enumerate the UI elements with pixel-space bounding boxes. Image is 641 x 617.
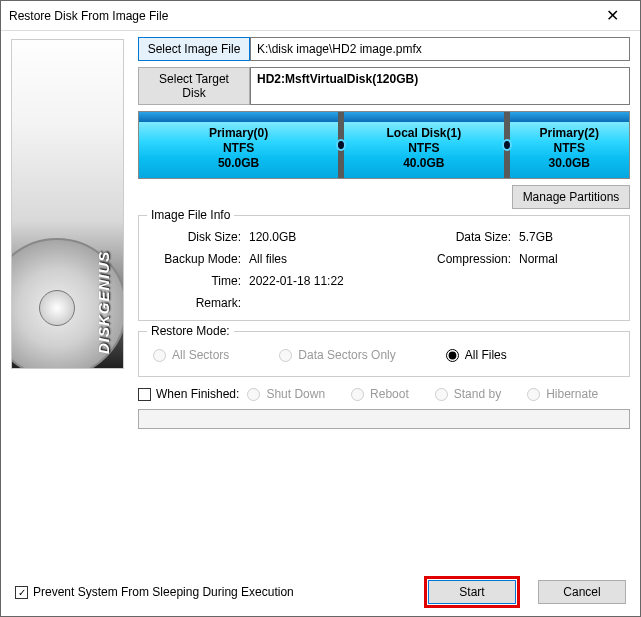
- label-data-size: Data Size:: [419, 230, 519, 244]
- start-button[interactable]: Start: [428, 580, 516, 604]
- label-remark: Remark:: [149, 296, 249, 310]
- product-illustration: DISKGENIUS: [11, 39, 124, 369]
- value-data-size: 5.7GB: [519, 230, 619, 244]
- partition-block[interactable]: Primary(0)NTFS50.0GB: [139, 112, 338, 178]
- label-compression: Compression:: [419, 252, 519, 266]
- select-target-button[interactable]: Select Target Disk: [138, 67, 250, 105]
- radio-hibernate: Hibernate: [527, 387, 598, 401]
- partition-block[interactable]: Local Disk(1)NTFS40.0GB: [344, 112, 503, 178]
- label-time: Time:: [149, 274, 249, 288]
- cancel-button[interactable]: Cancel: [538, 580, 626, 604]
- image-info-group: Image File Info Disk Size: 120.0GB Data …: [138, 215, 630, 321]
- prevent-sleep-checkbox[interactable]: ✓ Prevent System From Sleeping During Ex…: [15, 585, 294, 599]
- label-disk-size: Disk Size:: [149, 230, 249, 244]
- select-image-button[interactable]: Select Image File: [138, 37, 250, 61]
- radio-all-sectors: All Sectors: [153, 348, 229, 362]
- value-backup-mode: All files: [249, 252, 419, 266]
- radio-shutdown: Shut Down: [247, 387, 325, 401]
- restore-mode-legend: Restore Mode:: [147, 324, 234, 338]
- value-disk-size: 120.0GB: [249, 230, 419, 244]
- image-path-field[interactable]: K:\disk image\HD2 image.pmfx: [250, 37, 630, 61]
- partition-block[interactable]: Primary(2)NTFS30.0GB: [510, 112, 630, 178]
- restore-mode-group: Restore Mode: All Sectors Data Sectors O…: [138, 331, 630, 377]
- radio-reboot: Reboot: [351, 387, 409, 401]
- window-title: Restore Disk From Image File: [9, 9, 592, 23]
- label-backup-mode: Backup Mode:: [149, 252, 249, 266]
- value-remark: [249, 296, 419, 310]
- partition-map: Primary(0)NTFS50.0GBLocal Disk(1)NTFS40.…: [138, 111, 630, 179]
- radio-standby: Stand by: [435, 387, 501, 401]
- value-time: 2022-01-18 11:22: [249, 274, 419, 288]
- radio-data-sectors: Data Sectors Only: [279, 348, 395, 362]
- progress-bar: [138, 409, 630, 429]
- image-info-legend: Image File Info: [147, 208, 234, 222]
- close-icon[interactable]: ✕: [592, 1, 632, 30]
- brand-text: DISKGENIUS: [95, 251, 112, 354]
- radio-all-files[interactable]: All Files: [446, 348, 507, 362]
- manage-partitions-button[interactable]: Manage Partitions: [512, 185, 630, 209]
- target-disk-field[interactable]: HD2:MsftVirtualDisk(120GB): [250, 67, 630, 105]
- checkmark-icon: ✓: [15, 586, 28, 599]
- when-finished-checkbox[interactable]: When Finished:: [138, 387, 239, 401]
- value-compression: Normal: [519, 252, 619, 266]
